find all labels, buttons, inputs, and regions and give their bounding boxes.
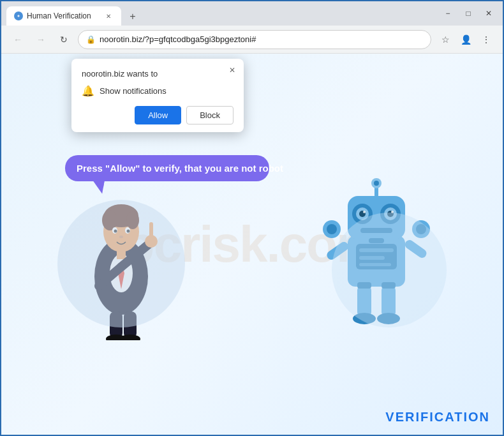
robot-area xyxy=(313,159,440,340)
allow-button[interactable]: Allow xyxy=(135,106,181,124)
bookmark-button[interactable]: ☆ xyxy=(436,31,454,49)
title-bar: Human Verification ✕ + − □ ✕ xyxy=(1,1,503,26)
robot-circle-bg xyxy=(332,213,447,327)
reload-button[interactable]: ↻ xyxy=(55,31,73,49)
bell-icon: 🔔 xyxy=(82,85,94,97)
tab-area: Human Verification ✕ + xyxy=(6,1,431,26)
back-button[interactable]: ← xyxy=(9,31,27,49)
browser-window: Human Verification ✕ + − □ ✕ ← → ↻ 🔒 noo… xyxy=(0,0,504,436)
new-tab-button[interactable]: + xyxy=(124,8,142,26)
lock-icon: 🔒 xyxy=(86,35,96,44)
svg-point-34 xyxy=(363,211,366,213)
minimize-button[interactable]: − xyxy=(439,4,457,22)
tab-title: Human Verification xyxy=(27,11,100,20)
maximize-button[interactable]: □ xyxy=(459,4,477,22)
close-button[interactable]: ✕ xyxy=(480,4,498,22)
popup-close-button[interactable]: ✕ xyxy=(226,64,239,77)
person-circle-bg xyxy=(57,200,185,327)
url-bar[interactable]: 🔒 noorotin.biz/?p=gfqtcodbga5gi3bpgezton… xyxy=(78,30,431,49)
url-text: noorotin.biz/?p=gfqtcodbga5gi3bpgeztoni# xyxy=(100,34,423,44)
svg-point-39 xyxy=(374,181,379,186)
profile-button[interactable]: 👤 xyxy=(457,31,475,49)
notification-row: 🔔 Show notifications xyxy=(82,85,233,97)
verification-text: VERIFICATION xyxy=(385,410,490,425)
svg-point-45 xyxy=(327,224,337,234)
notification-popup: ✕ noorotin.biz wants to 🔔 Show notificat… xyxy=(71,59,244,132)
notification-text: Show notifications xyxy=(100,86,167,96)
speech-bubble: Press "Allow" to verify, that you are no… xyxy=(65,155,269,181)
active-tab[interactable]: Human Verification ✕ xyxy=(6,6,121,26)
forward-button[interactable]: → xyxy=(32,31,50,49)
block-button[interactable]: Block xyxy=(186,106,233,124)
popup-buttons: Allow Block xyxy=(82,106,233,124)
svg-point-21 xyxy=(120,335,140,340)
address-actions: ☆ 👤 ⋮ xyxy=(436,31,495,49)
menu-button[interactable]: ⋮ xyxy=(477,31,495,49)
content-area: pcrisk.com Press "Allow" to verify, that… xyxy=(1,54,503,435)
characters-container: Press "Allow" to verify, that you are no… xyxy=(1,136,503,353)
window-controls: − □ ✕ xyxy=(439,4,498,22)
tab-close-button[interactable]: ✕ xyxy=(103,11,114,21)
tab-favicon xyxy=(14,11,23,20)
popup-title: noorotin.biz wants to xyxy=(82,69,233,79)
address-bar: ← → ↻ 🔒 noorotin.biz/?p=gfqtcodbga5gi3bp… xyxy=(1,26,503,54)
